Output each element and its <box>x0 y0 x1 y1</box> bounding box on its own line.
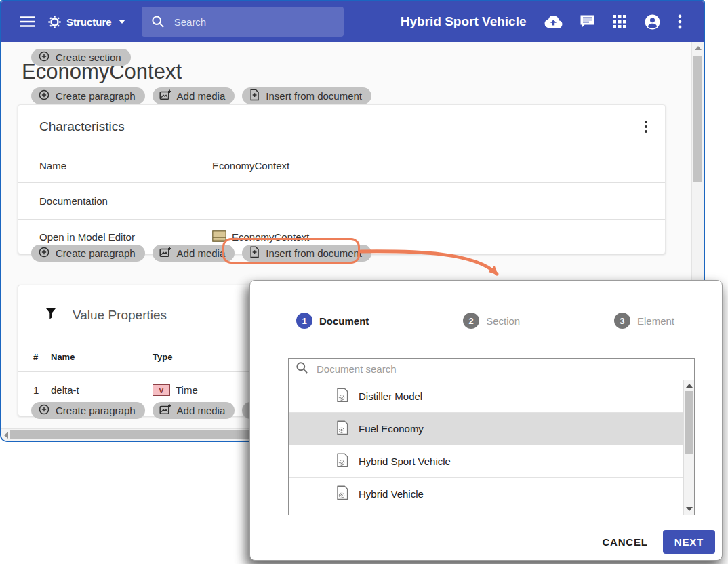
account-icon <box>644 14 661 31</box>
kebab-menu-icon <box>678 14 682 29</box>
document-search-input[interactable] <box>315 363 681 376</box>
list-item-hybrid-vehicle[interactable]: Hybrid Vehicle <box>289 478 684 510</box>
doc-plus-icon <box>249 246 260 260</box>
document-name: Hybrid Sport Vehicle <box>359 456 451 467</box>
model-editor-value[interactable]: EconomyContext <box>232 231 309 243</box>
create-paragraph-label: Create paragraph <box>56 247 136 259</box>
model-document-icon <box>336 453 349 470</box>
create-paragraph-chip[interactable]: Create paragraph <box>31 87 145 104</box>
row-type-cell: V Time <box>153 384 198 396</box>
cloud-upload-button[interactable] <box>544 14 563 29</box>
list-item-hybrid-sport-vehicle[interactable]: Hybrid Sport Vehicle <box>289 445 684 478</box>
document-list: Distiller Model Fuel Economy Hybrid Spor… <box>288 380 695 515</box>
create-paragraph-chip[interactable]: Create paragraph <box>31 402 145 419</box>
circle-plus-icon <box>38 246 50 260</box>
add-media-label: Add media <box>177 247 226 259</box>
characteristics-kebab-button[interactable] <box>642 118 650 136</box>
model-document-icon <box>336 388 349 405</box>
list-item-distiller-model[interactable]: Distiller Model <box>289 380 684 413</box>
search-icon <box>296 361 308 377</box>
model-editor-link[interactable]: EconomyContext <box>212 230 309 244</box>
step-2-circle: 2 <box>463 313 479 329</box>
row-type: Time <box>176 384 198 396</box>
insert-from-document-dialog: 1 Document 2 Section 3 Element Distiller… <box>249 280 723 561</box>
comment-icon <box>580 14 595 29</box>
project-title: Hybrid Sport Vehicle <box>401 14 527 29</box>
create-section-chip[interactable]: Create section <box>31 49 131 66</box>
add-media-chip[interactable]: Add media <box>153 245 235 262</box>
list-scrollbar[interactable] <box>683 380 694 515</box>
document-search-field[interactable] <box>288 358 695 380</box>
appbar-search[interactable] <box>142 7 344 37</box>
documentation-label: Documentation <box>39 195 212 207</box>
add-media-chip[interactable]: Add media <box>153 87 235 104</box>
comments-button[interactable] <box>580 14 595 29</box>
gear-icon <box>47 15 62 29</box>
filter-funnel-icon[interactable] <box>45 307 57 323</box>
scroll-down-arrow-icon[interactable] <box>686 507 693 511</box>
appbar: Structure Hybrid Sport Vehicle <box>1 1 704 42</box>
step-1-label: Document <box>319 315 369 327</box>
list-scrollbar-thumb[interactable] <box>685 391 693 454</box>
account-button[interactable] <box>644 14 661 31</box>
vertical-scrollbar-thumb[interactable] <box>693 56 702 182</box>
property-row-documentation: Documentation <box>18 183 665 220</box>
cancel-button[interactable]: CANCEL <box>592 531 657 553</box>
paragraph-chips-row-middle: Create paragraph Add media Insert from d… <box>31 245 371 262</box>
structure-nav-label: Structure <box>66 16 112 28</box>
insert-from-document-chip[interactable]: Insert from document <box>242 87 371 104</box>
scroll-left-arrow-icon[interactable] <box>4 432 8 439</box>
image-plus-icon <box>159 247 171 260</box>
step-1-circle: 1 <box>296 313 312 329</box>
doc-plus-icon <box>249 89 260 103</box>
open-in-model-editor-label: Open in Model Editor <box>39 231 212 243</box>
document-name: Distiller Model <box>359 390 422 402</box>
list-item-fuel-economy[interactable]: Fuel Economy <box>289 413 684 445</box>
paragraph-chips-row-top: Create paragraph Add media Insert from d… <box>31 87 371 104</box>
insert-from-document-label: Insert from document <box>266 247 362 259</box>
create-section-label: Create section <box>56 52 121 63</box>
step-section[interactable]: 2 Section <box>463 313 520 329</box>
insert-from-document-label: Insert from document <box>266 90 362 102</box>
scroll-up-arrow-icon[interactable] <box>686 384 693 388</box>
dialog-stepper: 1 Document 2 Section 3 Element <box>296 313 674 329</box>
model-document-icon <box>336 485 349 502</box>
step-element[interactable]: 3 Element <box>614 313 674 329</box>
model-block-icon <box>212 230 226 244</box>
document-name: Fuel Economy <box>359 423 424 435</box>
hamburger-menu-button[interactable] <box>20 16 35 27</box>
section-chips-row: Create section <box>31 49 131 66</box>
row-name: delta-t <box>51 384 153 396</box>
model-document-icon <box>336 420 349 437</box>
step-3-label: Element <box>637 315 674 327</box>
step-document[interactable]: 1 Document <box>296 313 369 329</box>
add-media-label: Add media <box>177 90 226 102</box>
column-name: Name <box>51 352 153 362</box>
appbar-kebab-button[interactable] <box>678 14 682 29</box>
apps-grid-button[interactable] <box>612 14 627 29</box>
name-value[interactable]: EconomyContext <box>212 160 289 172</box>
add-media-chip[interactable]: Add media <box>153 402 235 419</box>
step-3-circle: 3 <box>614 313 630 329</box>
image-plus-icon <box>159 404 171 417</box>
circle-plus-icon <box>38 50 50 64</box>
image-plus-icon <box>159 89 171 102</box>
row-num: 1 <box>33 384 51 396</box>
next-button[interactable]: NEXT <box>663 530 715 554</box>
property-row-name: Name EconomyContext <box>18 148 665 183</box>
insert-from-document-chip-highlighted[interactable]: Insert from document <box>242 245 371 262</box>
scroll-up-arrow-icon[interactable] <box>695 46 702 50</box>
create-paragraph-chip[interactable]: Create paragraph <box>31 245 145 262</box>
create-paragraph-label: Create paragraph <box>56 90 136 102</box>
circle-plus-icon <box>38 89 50 103</box>
characteristics-title: Characteristics <box>39 119 125 134</box>
add-media-label: Add media <box>177 405 226 416</box>
search-input[interactable] <box>173 16 322 28</box>
structure-nav-dropdown[interactable]: Structure <box>47 15 125 29</box>
dialog-actions: CANCEL NEXT <box>592 530 715 554</box>
cloud-upload-icon <box>544 14 563 29</box>
appbar-actions <box>544 14 682 31</box>
column-type: Type <box>153 352 172 362</box>
stepper-connector <box>529 321 605 321</box>
stepper-connector <box>378 321 453 321</box>
